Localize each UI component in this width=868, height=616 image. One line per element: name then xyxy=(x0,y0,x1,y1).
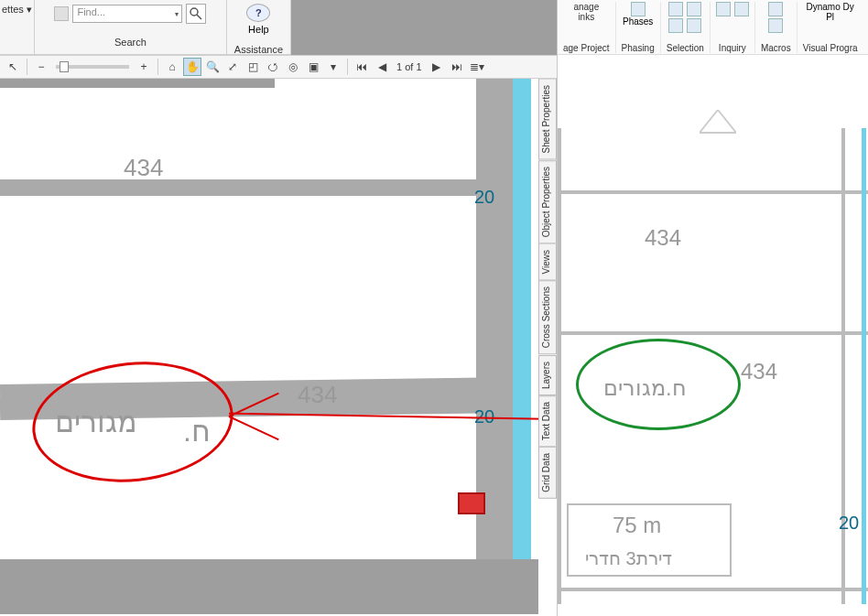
annotation-red-circle xyxy=(27,352,239,492)
left-ribbon: ettes ▾ Find... ▾ Search ? Help Assistan… xyxy=(0,0,557,55)
road-vertical xyxy=(476,79,513,591)
search-panel: Find... ▾ Search xyxy=(35,0,227,55)
prev-page-button[interactable]: ◀ xyxy=(373,58,391,76)
orbit-tool-2[interactable]: ◎ xyxy=(284,58,302,76)
info-box-outline xyxy=(567,503,732,577)
phases-btn-label: Phases xyxy=(623,16,653,27)
tab-grid-data[interactable]: Grid Data xyxy=(538,447,557,499)
first-page-button[interactable]: ⏮ xyxy=(353,58,371,76)
dynamo-label: Dynamo xyxy=(806,2,840,12)
left-drawing-canvas[interactable]: 434 434 מגורים ח. 20 20 Sheet Properties… xyxy=(0,79,557,616)
page-list-button[interactable]: ≣▾ xyxy=(468,58,486,76)
dimension-20-top: 20 xyxy=(474,187,494,208)
help-icon[interactable]: ? xyxy=(246,4,270,22)
separator xyxy=(347,59,348,75)
slider-thumb[interactable] xyxy=(60,61,69,72)
last-page-button[interactable]: ⏭ xyxy=(448,58,466,76)
next-page-button[interactable]: ▶ xyxy=(428,58,446,76)
left-application: ettes ▾ Find... ▾ Search ? Help Assistan… xyxy=(0,0,557,616)
dynamo-sub: Pl xyxy=(826,12,834,22)
side-tab-strip: Sheet Properties Object Properties Views… xyxy=(538,79,557,499)
palettes-text: ettes xyxy=(2,4,24,15)
palettes-drop-icon[interactable]: ▾ xyxy=(27,4,32,15)
selection-icon-4[interactable] xyxy=(687,18,701,33)
parcel-label-434-mid: 434 xyxy=(298,381,337,409)
pointer-tool[interactable]: ↖ xyxy=(4,58,22,76)
phases-panel: Phases Phasing xyxy=(616,2,661,53)
palettes-panel: ettes ▾ xyxy=(0,0,35,55)
search-button[interactable] xyxy=(186,4,206,24)
view-drop-button[interactable]: ▾ xyxy=(324,58,342,76)
search-group-label: Search xyxy=(114,37,146,48)
selection-icon-1[interactable] xyxy=(668,2,683,16)
right-ribbon: anage inks age Project Phases Phasing Se… xyxy=(558,0,868,55)
dynamo-label2: Dy xyxy=(843,2,854,12)
inquiry-panel: Inquiry xyxy=(711,2,755,53)
zoom-out-button[interactable]: − xyxy=(32,58,50,76)
bottom-band xyxy=(0,559,538,614)
parcel-label-434-top: 434 xyxy=(124,154,163,182)
tab-layers[interactable]: Layers xyxy=(538,355,557,395)
road-h1 xyxy=(0,179,513,196)
chevron-down-icon: ▾ xyxy=(175,10,179,18)
right-application: anage inks age Project Phases Phasing Se… xyxy=(557,0,868,616)
svg-point-0 xyxy=(190,8,198,16)
tab-sheet-properties[interactable]: Sheet Properties xyxy=(538,79,557,160)
macros-panel: Macros xyxy=(755,2,797,53)
inactive-ribbon-area xyxy=(291,0,557,55)
assistance-group-label: Assistance xyxy=(234,44,283,55)
tab-object-properties[interactable]: Object Properties xyxy=(538,160,557,243)
svg-marker-2 xyxy=(700,110,736,133)
tab-views[interactable]: Views xyxy=(538,243,557,281)
zoom-slider[interactable] xyxy=(56,65,129,69)
page-indicator: 1 of 1 xyxy=(396,61,422,72)
inquiry-icon-2[interactable] xyxy=(734,2,749,16)
water-strip xyxy=(513,79,531,591)
selection-group-label: Selection xyxy=(667,43,704,53)
find-combo[interactable]: Find... ▾ xyxy=(72,5,182,23)
home-view-button[interactable]: ⌂ xyxy=(163,58,181,76)
tab-text-data[interactable]: Text Data xyxy=(538,395,557,447)
inquiry-icon-1[interactable] xyxy=(716,2,731,16)
help-label: Help xyxy=(248,24,269,35)
selection-panel: Selection xyxy=(661,2,711,53)
annotation-arrow-head-2 xyxy=(229,416,279,440)
macros-icon-1[interactable] xyxy=(768,2,783,16)
svg-line-1 xyxy=(197,15,201,19)
r-parcel-434-top: 434 xyxy=(645,225,681,251)
tab-cross-sections[interactable]: Cross Sections xyxy=(538,280,557,354)
zoom-window-button[interactable]: ◰ xyxy=(244,58,262,76)
find-icon xyxy=(54,6,69,21)
zoom-tool[interactable]: 🔍 xyxy=(203,58,222,76)
zoom-extents-button[interactable]: ⤢ xyxy=(223,58,242,76)
thin-road-h2 xyxy=(558,331,868,335)
view-toolbar: ↖ − + ⌂ ✋ 🔍 ⤢ ◰ ⭯ ◎ ▣ ▾ ⏮ ◀ 1 of 1 ▶ ⏭ ≣… xyxy=(0,55,557,79)
manage-project-label: age Project xyxy=(563,43,610,53)
drawing-edge xyxy=(0,79,275,88)
red-marker xyxy=(458,492,485,514)
thin-road-v1 xyxy=(558,128,561,604)
pan-tool[interactable]: ✋ xyxy=(183,58,201,76)
find-placeholder: Find... xyxy=(77,6,105,17)
manage-links-top: anage xyxy=(573,2,599,12)
phases-icon[interactable] xyxy=(631,2,646,16)
view-cube-button[interactable]: ▣ xyxy=(304,58,322,76)
visual-prog-label: Visual Progra xyxy=(803,43,858,53)
phasing-group-label: Phasing xyxy=(622,43,655,53)
inquiry-group-label: Inquiry xyxy=(719,43,746,53)
selection-icon-2[interactable] xyxy=(687,2,701,16)
blue-line xyxy=(862,128,866,604)
thin-road-h1 xyxy=(558,190,868,194)
separator xyxy=(157,59,158,75)
r-dimension-20: 20 xyxy=(839,513,859,534)
right-drawing-canvas[interactable]: 434 434 ח.מגורים 75 m דירת3 חדרי 20 xyxy=(558,55,868,616)
macros-group-label: Macros xyxy=(761,43,791,53)
selection-icon-3[interactable] xyxy=(668,18,683,33)
manage-links-bot: inks xyxy=(578,12,594,22)
dynamo-panel: Dynamo Dy Pl Visual Progra xyxy=(797,2,863,53)
zoom-in-button[interactable]: + xyxy=(135,58,153,76)
annotation-green-circle xyxy=(576,339,741,430)
orbit-tool[interactable]: ⭯ xyxy=(264,58,282,76)
triangle-marker-icon xyxy=(700,110,736,137)
macros-icon-2[interactable] xyxy=(768,18,783,33)
